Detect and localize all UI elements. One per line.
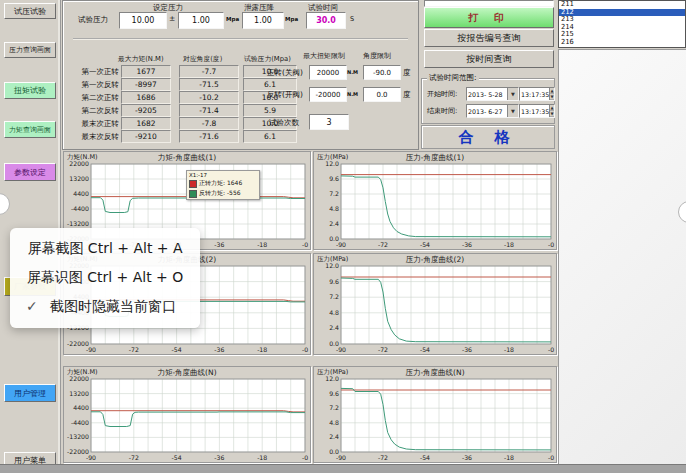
row-label: 第一次反转 — [65, 80, 119, 90]
table-cell: -7.7 — [179, 65, 239, 78]
report-list-item[interactable]: 211 — [559, 1, 685, 9]
bottom-bar — [0, 464, 686, 473]
svg-text:-36: -36 — [462, 346, 472, 353]
report-list-item[interactable]: 214 — [559, 24, 685, 32]
end-date-combo[interactable]: 2013- 6-27 ▼ — [466, 104, 519, 118]
end-time-spinner[interactable]: 13:17:35 ▲▼ — [519, 104, 555, 118]
print-button[interactable]: 打 印 — [424, 7, 554, 28]
leak-drop-input[interactable]: 1.00 — [242, 12, 284, 29]
svg-text:-18: -18 — [257, 454, 267, 461]
svg-text:-18: -18 — [504, 241, 514, 248]
sidebar-button-pressure-test[interactable]: 试压试验 — [4, 3, 56, 19]
report-list-item[interactable]: 216 — [559, 39, 685, 47]
svg-text:-90: -90 — [336, 454, 346, 461]
legend-item-label: 反转力矩: -556 — [199, 189, 241, 198]
svg-text:-36: -36 — [214, 346, 224, 353]
row-label: 第一次正转 — [65, 67, 119, 77]
svg-text:4.8: 4.8 — [329, 205, 339, 212]
report-list-item[interactable]: 215 — [559, 31, 685, 39]
forward-torque-limit-input[interactable]: 20000 — [309, 65, 347, 80]
svg-text:-54: -54 — [420, 241, 430, 248]
menu-item-hide-window[interactable]: ✓ 截图时隐藏当前窗口 — [10, 298, 200, 316]
start-date-combo[interactable]: 2013- 5-28 ▼ — [466, 87, 519, 101]
tolerance-input[interactable]: 1.00 — [178, 12, 224, 29]
test-time-input[interactable]: 30.0 — [306, 12, 346, 29]
time-range-label: 试验时间范围: — [427, 73, 479, 83]
forward-angle-limit-input[interactable]: -90.0 — [363, 65, 401, 80]
torque-angle-chart-n: 力矩(N.M) 力矩-角度曲线(N) 22000132004400-4400-1… — [63, 366, 311, 463]
svg-text:-36: -36 — [214, 241, 224, 248]
query-by-time-button[interactable]: 按时间查询 — [424, 50, 554, 68]
mpa-unit-1: Mpa — [226, 16, 239, 22]
table-cell: 1677 — [121, 65, 171, 78]
plus-minus-label: ± — [169, 14, 175, 23]
svg-text:-90: -90 — [336, 241, 346, 248]
svg-text:-0: -0 — [548, 454, 554, 461]
table-cell: 1686 — [121, 91, 171, 104]
report-list-item[interactable]: 213 — [559, 16, 685, 24]
svg-text:-0: -0 — [548, 346, 554, 353]
svg-text:-0: -0 — [302, 346, 308, 353]
start-time-label: 开始时间: — [427, 89, 457, 99]
svg-text:4400: 4400 — [73, 404, 89, 411]
spinner-icon[interactable]: ▲▼ — [549, 105, 554, 117]
report-listbox[interactable]: 211212213214215216 — [558, 0, 686, 48]
svg-text:12.0: 12.0 — [325, 160, 339, 167]
menu-item-screenshot[interactable]: 屏幕截图 Ctrl + Alt + A — [10, 240, 200, 258]
svg-text:-0: -0 — [548, 241, 554, 248]
sidebar-button-torque-query[interactable]: 力矩查询画面 — [4, 121, 56, 138]
chevron-down-icon[interactable]: ▼ — [507, 88, 518, 100]
forward-close-label: 正转(关阀) — [267, 68, 303, 78]
row-label: 第二次反转 — [65, 106, 119, 116]
svg-text:4.8: 4.8 — [329, 419, 339, 426]
col-header-angle: 对应角度(度) — [183, 54, 222, 64]
test-pressure-input[interactable]: 10.00 — [119, 12, 167, 29]
menu-item-label: 截图时隐藏当前窗口 — [50, 298, 176, 314]
legend-item-label: 正转力矩: 1646 — [199, 179, 242, 188]
spinner-icon[interactable]: ▲▼ — [549, 88, 554, 100]
sidebar-button-torque-test[interactable]: 扭矩试验 — [4, 82, 56, 99]
test-count-input[interactable]: 3 — [309, 114, 349, 130]
sidebar-button-parameter-settings[interactable]: 参数设定 — [4, 163, 56, 181]
checkmark-icon: ✓ — [26, 298, 38, 314]
svg-text:22000: 22000 — [69, 375, 89, 382]
menu-item-screen-ocr[interactable]: 屏幕识图 Ctrl + Alt + O — [10, 269, 200, 287]
sidebar-button-pressure-query[interactable]: 压力查询画面 — [4, 42, 56, 58]
svg-text:-72: -72 — [378, 241, 388, 248]
sidebar-button-user-management[interactable]: 用户管理 — [4, 384, 56, 402]
row-label: 第二次正转 — [65, 93, 119, 103]
chevron-down-icon[interactable]: ▼ — [507, 105, 518, 117]
svg-text:-18: -18 — [504, 454, 514, 461]
test-count-label: 试验次数 — [269, 118, 299, 128]
end-date-value: 2013- 6-27 — [468, 108, 503, 115]
svg-text:13200: 13200 — [69, 175, 89, 182]
table-cell: -71.6 — [179, 130, 239, 143]
seconds-unit: S — [350, 15, 354, 23]
query-by-report-button[interactable]: 按报告编号查询 — [424, 29, 554, 47]
table-cell: -10.2 — [179, 91, 239, 104]
end-time-value: 13:17:35 — [521, 108, 549, 115]
start-time-spinner[interactable]: 13:17:35 ▲▼ — [519, 87, 555, 101]
end-time-label: 结束时间: — [427, 106, 457, 116]
report-list-item[interactable]: 212 — [559, 9, 685, 17]
reverse-angle-limit-input[interactable]: 0.0 — [363, 87, 401, 102]
pressure-angle-chart-2: 压力(MPa) 压力-角度曲线(2) 12.09.67.24.82.40.0-9… — [313, 253, 557, 355]
svg-text:9.6: 9.6 — [329, 175, 339, 182]
svg-text:4.8: 4.8 — [329, 309, 339, 316]
svg-text:-54: -54 — [172, 346, 182, 353]
report-number-field[interactable] — [424, 0, 554, 7]
nm-unit-1: N.M — [347, 69, 358, 75]
chart-legend: X1:-17 正转力矩: 1646 反转力矩: -556 — [186, 170, 260, 200]
svg-text:-4400: -4400 — [71, 205, 89, 212]
reverse-torque-limit-input[interactable]: -20000 — [309, 87, 347, 102]
form-separator — [73, 38, 408, 40]
svg-text:-72: -72 — [129, 454, 139, 461]
test-pressure-label: 试验压力 — [78, 15, 108, 25]
torque-limit-header: 最大扭矩限制 — [303, 51, 345, 61]
svg-text:-90: -90 — [86, 346, 96, 353]
svg-text:-36: -36 — [462, 454, 472, 461]
svg-text:9.6: 9.6 — [329, 278, 339, 285]
svg-text:-54: -54 — [420, 346, 430, 353]
context-menu: 屏幕截图 Ctrl + Alt + A 屏幕识图 Ctrl + Alt + O … — [10, 228, 200, 328]
svg-text:-13200: -13200 — [67, 220, 89, 227]
